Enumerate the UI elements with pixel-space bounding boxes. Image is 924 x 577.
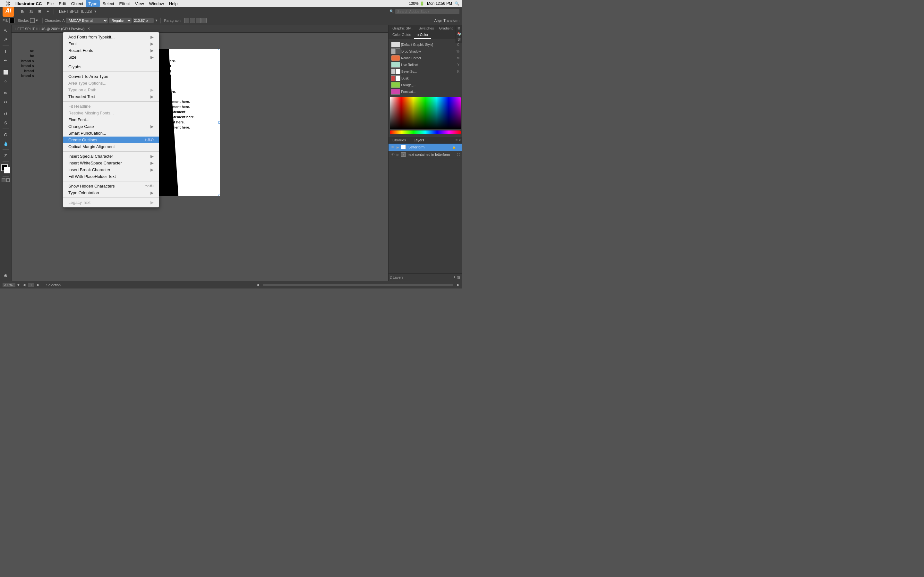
selection-tool[interactable]: ↖ (2, 26, 10, 35)
type-tool[interactable]: T (2, 47, 10, 55)
menu-item-create-outlines[interactable]: Create Outlines ⇧⌘O (63, 137, 159, 143)
new-layer-btn[interactable]: + (453, 275, 456, 279)
bridge-icon[interactable]: Br (19, 8, 26, 15)
font-size-input[interactable] (133, 18, 153, 23)
tab-color[interactable]: ◇ Color (414, 31, 431, 39)
layer-vis-text[interactable]: 👁 (391, 153, 395, 156)
pencil-tool[interactable]: ✏ (2, 89, 10, 97)
style-item-drop-shadow[interactable]: Drop Shadow % (391, 48, 459, 54)
style-item-round[interactable]: Round Corner M (391, 55, 459, 61)
menu-item-size[interactable]: Size ▶ (63, 54, 159, 61)
assets-icon[interactable]: 🖼 (457, 38, 461, 42)
ellipse-tool[interactable]: ○ (2, 77, 10, 85)
tab-gradient[interactable]: Gradient (437, 25, 455, 31)
menu-item-smart-punct[interactable]: Smart Punctuation... (63, 130, 159, 137)
object-menu[interactable]: Object (69, 0, 86, 7)
page-input[interactable] (28, 283, 34, 287)
zoom-dropdown[interactable]: ▼ (17, 283, 20, 287)
layer-lock-letterform[interactable]: 🔒 (452, 145, 456, 149)
menu-item-add-fonts[interactable]: Add Fonts from Typekit... ▶ (63, 34, 159, 40)
workspace-switcher[interactable]: ⊞ (36, 8, 43, 15)
style-item-bevel[interactable]: Bevel So... K (391, 69, 459, 74)
font-selector[interactable]: AMCAP Eternal (66, 18, 108, 23)
menu-item-type-orientation[interactable]: Type Orientation ▶ (63, 189, 159, 196)
layers-close[interactable]: × (459, 139, 461, 142)
color-spectrum[interactable] (390, 97, 461, 129)
fill-stroke-widget[interactable] (1, 164, 10, 173)
align-center-btn[interactable] (190, 18, 195, 23)
rotate-tool[interactable]: ↺ (2, 110, 10, 118)
layer-text[interactable]: 👁 ▷ T text contained in letterform (389, 151, 462, 158)
stock-icon[interactable]: St (28, 8, 34, 15)
direct-selection-tool[interactable]: ↗ (2, 35, 10, 44)
artboard-tool[interactable]: ⊕ (2, 271, 10, 279)
menu-item-convert-area[interactable]: Convert To Area Type (63, 73, 159, 80)
tab-color-guide[interactable]: Color Guide (390, 31, 414, 39)
normal-mode[interactable] (2, 178, 5, 182)
select-menu[interactable]: Select (100, 0, 116, 7)
window-menu[interactable]: Window (147, 0, 166, 7)
pen-tool-icon[interactable]: ✒ (45, 8, 51, 15)
properties-icon[interactable]: ⊞ (457, 27, 461, 29)
align-right-btn[interactable] (196, 18, 201, 23)
align-panel-btn[interactable]: Align Transform (435, 19, 459, 23)
menu-item-insert-special[interactable]: Insert Special Character ▶ (63, 153, 159, 160)
scroll-right[interactable]: ▶ (457, 283, 459, 287)
layer-expand-letterform[interactable]: ▶ (396, 145, 399, 149)
menu-item-optical-margin[interactable]: Optical Margin Alignment (63, 143, 159, 150)
zoom-input[interactable] (3, 283, 15, 287)
hue-slider[interactable] (390, 131, 461, 134)
style-item-default[interactable]: [Default Graphic Style] C (391, 42, 459, 47)
menu-item-recent-fonts[interactable]: Recent Fonts ▶ (63, 47, 159, 54)
menu-item-glyphs[interactable]: Glyphs (63, 63, 159, 70)
style-item-live-reflect[interactable]: Live Reflect Y (391, 62, 459, 68)
tab-libraries[interactable]: Libraries (389, 137, 410, 143)
layer-letterform[interactable]: 👁 ▶ W Letterform 🔒 (389, 143, 462, 151)
close-tab-btn[interactable]: ✕ (87, 27, 90, 31)
tab-layers[interactable]: Layers (410, 137, 428, 143)
eyedropper-tool[interactable]: 💧 (2, 139, 10, 148)
apple-menu[interactable]: ⌘ (3, 0, 13, 7)
tab-graphic-styles[interactable]: Graphic Sty... (390, 25, 416, 31)
layers-panel-menu[interactable]: ≡ (455, 138, 457, 142)
nav-next-btn[interactable]: ▶ (37, 283, 39, 287)
gradient-tool[interactable]: G (2, 131, 10, 139)
style-item-pompad[interactable]: Pompad... (391, 89, 459, 95)
effect-menu[interactable]: Effect (117, 0, 132, 7)
menu-item-change-case[interactable]: Change Case ▶ (63, 123, 159, 130)
search-adobe-stock[interactable] (395, 9, 459, 14)
menu-item-font[interactable]: Font ▶ (63, 40, 159, 47)
app-name-menu[interactable]: Illustrator CC (13, 0, 44, 7)
scrollbar-h[interactable] (263, 284, 453, 286)
fill-swatch[interactable] (9, 18, 15, 23)
style-item-foliage[interactable]: Foliage_... (391, 82, 459, 88)
zoom-tool[interactable]: Z (2, 151, 10, 160)
edit-menu[interactable]: Edit (56, 0, 68, 7)
rectangle-tool[interactable]: ⬜ (2, 68, 10, 76)
tab-swatches[interactable]: Swatches (416, 25, 437, 31)
delete-layer-btn[interactable]: 🗑 (457, 275, 461, 279)
align-left-btn[interactable] (184, 18, 189, 23)
file-menu[interactable]: File (44, 0, 56, 7)
scissors-tool[interactable]: ✂ (2, 98, 10, 106)
align-justify-btn[interactable] (202, 18, 207, 23)
workspace-arrow[interactable]: ▼ (94, 10, 97, 13)
menu-item-fill-placeholder[interactable]: Fill With PlaceHolder Text (63, 173, 159, 180)
layer-expand-text[interactable]: ▷ (396, 153, 399, 156)
pen-tool[interactable]: ✒ (2, 56, 10, 64)
type-menu-trigger[interactable]: Type (86, 0, 100, 7)
menu-item-insert-break[interactable]: Insert Break Character ▶ (63, 166, 159, 173)
cc-libraries-icon[interactable]: 📚 (457, 32, 461, 35)
stroke-swatch[interactable] (30, 18, 35, 23)
scale-tool[interactable]: S (2, 119, 10, 127)
layer-vis-letterform[interactable]: 👁 (391, 145, 395, 149)
help-menu[interactable]: Help (166, 0, 180, 7)
nav-prev-btn[interactable]: ◀ (23, 283, 25, 287)
style-selector[interactable]: Regular (109, 18, 132, 23)
style-item-dusk[interactable]: Dusk (391, 75, 459, 81)
menu-item-threaded[interactable]: Threaded Text ▶ (63, 93, 159, 100)
outline-mode[interactable] (6, 178, 10, 182)
view-menu[interactable]: View (132, 0, 147, 7)
menu-item-find-font[interactable]: Find Font... (63, 116, 159, 123)
menu-item-show-hidden[interactable]: Show Hidden Characters ⌥⌘I (63, 183, 159, 189)
